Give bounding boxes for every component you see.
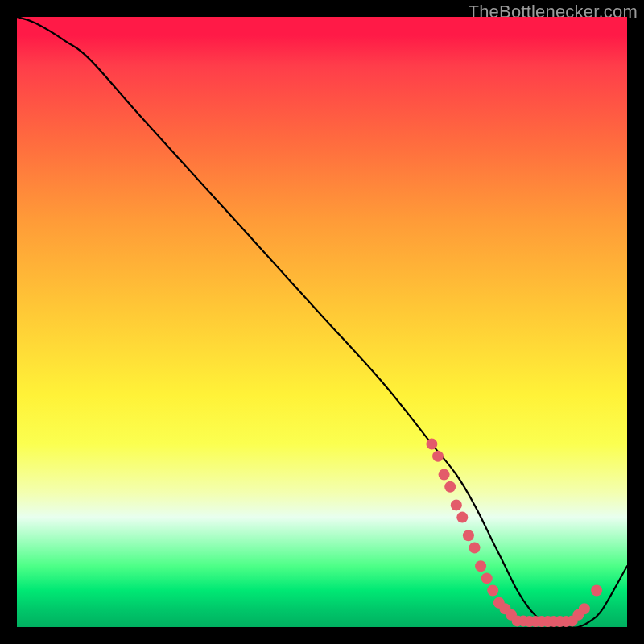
curve-marker (469, 543, 481, 554)
curve-marker (444, 481, 456, 493)
curve-marker (481, 572, 493, 584)
chart-plot-area (17, 17, 627, 627)
chart-svg (17, 17, 627, 627)
curve-marker (591, 585, 602, 597)
chart-stage: TheBottlenecker.com (0, 0, 644, 644)
curve-marker (426, 439, 437, 450)
curve-marker (439, 469, 450, 481)
bottleneck-curve (17, 17, 627, 628)
curve-marker (579, 603, 590, 614)
curve-marker (475, 560, 486, 572)
curve-marker (451, 499, 462, 510)
curve-marker (463, 530, 474, 541)
curve-marker (456, 512, 468, 523)
curve-marker (487, 585, 498, 597)
curve-markers (426, 439, 602, 627)
curve-marker (432, 451, 444, 462)
